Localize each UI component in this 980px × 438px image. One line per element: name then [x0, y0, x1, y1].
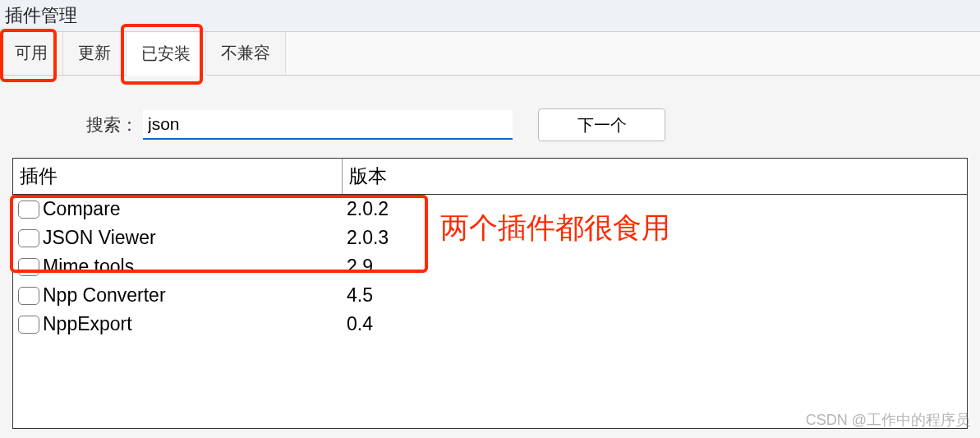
checkbox-icon[interactable]	[18, 229, 39, 247]
content-area: 搜索： 下一个 插件 版本 Compare 2.0.2 JSON Viewer …	[0, 76, 980, 437]
plugin-version: 2.9	[342, 252, 967, 281]
tab-installed[interactable]: 已安装	[127, 33, 206, 76]
search-row: 搜索： 下一个	[86, 108, 972, 141]
checkbox-icon[interactable]	[18, 201, 39, 219]
watermark-text: CSDN @工作中的程序员	[806, 410, 970, 430]
plugin-name: Mime tools	[43, 256, 134, 278]
checkbox-icon[interactable]	[18, 258, 39, 276]
table-row[interactable]: NppExport 0.4	[13, 310, 967, 339]
checkbox-icon[interactable]	[18, 316, 39, 334]
plugin-name: Npp Converter	[43, 284, 166, 307]
plugin-name: NppExport	[43, 313, 132, 335]
search-label: 搜索：	[86, 113, 138, 136]
table-row[interactable]: Npp Converter 4.5	[13, 281, 967, 310]
search-input[interactable]	[143, 110, 513, 140]
plugin-version: 0.4	[342, 310, 967, 339]
tab-update[interactable]: 更新	[63, 32, 127, 75]
window-title: 插件管理	[0, 0, 980, 32]
plugin-name: JSON Viewer	[43, 227, 156, 249]
tab-incompatible[interactable]: 不兼容	[206, 32, 286, 75]
checkbox-icon[interactable]	[18, 287, 39, 305]
col-plugin-header[interactable]: 插件	[13, 159, 342, 195]
col-version-header[interactable]: 版本	[342, 159, 967, 195]
tab-available[interactable]: 可用	[0, 32, 63, 75]
annotation-text: 两个插件都很食用	[440, 209, 670, 247]
table-row[interactable]: Mime tools 2.9	[13, 252, 967, 281]
plugin-table: 插件 版本 Compare 2.0.2 JSON Viewer 2.0.3 Mi…	[12, 158, 968, 429]
plugin-name: Compare	[43, 198, 121, 220]
next-button[interactable]: 下一个	[538, 108, 665, 141]
plugin-version: 4.5	[342, 281, 967, 310]
tab-bar: 可用 更新 已安装 不兼容	[0, 32, 980, 76]
